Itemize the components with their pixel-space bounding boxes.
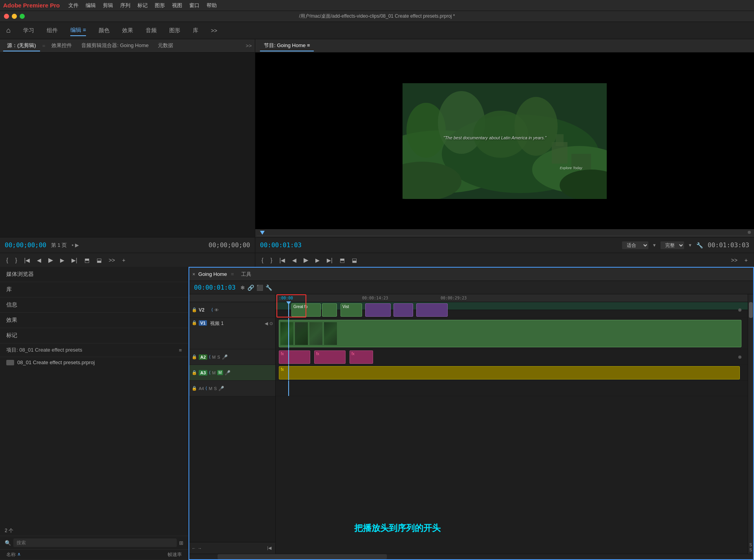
clip-a3-main[interactable]: fx — [279, 366, 740, 379]
nav-audio[interactable]: 音频 — [146, 26, 157, 36]
track-a2-label[interactable]: A2 — [199, 354, 207, 360]
prog-lift[interactable]: ⬒ — [338, 256, 346, 264]
settings-icon[interactable]: 🔧 — [696, 242, 703, 248]
source-tab-audio-mixer[interactable]: 音频剪辑混合器: Going Home — [77, 40, 152, 51]
timeline-ruler[interactable]: :00:00 00:00:14:23 00:00:29:23 — [276, 294, 748, 302]
clip-v1-main[interactable] — [279, 320, 741, 347]
prog-step-back[interactable]: ◀ — [291, 256, 298, 264]
nav-edit[interactable]: 编辑 ≡ — [70, 25, 86, 36]
filter-icon[interactable]: ⊞ — [179, 540, 183, 546]
sidebar-markers[interactable]: 标记 — [0, 328, 188, 343]
nav-more[interactable]: >> — [211, 27, 217, 34]
transport-insert[interactable]: ⬒ — [83, 256, 91, 264]
snap-icon[interactable]: ❄ — [240, 285, 245, 291]
track-a4-sync[interactable]: ⟨ — [205, 386, 207, 391]
menu-marker[interactable]: 标记 — [137, 2, 148, 9]
prog-step-forward[interactable]: ▶ — [314, 256, 321, 264]
transport-more2[interactable]: >> — [107, 256, 117, 264]
track-a3-sync[interactable]: ⟨ — [209, 370, 210, 375]
transport-go-in[interactable]: |◀ — [22, 256, 31, 264]
clip-v2-5[interactable] — [393, 303, 413, 317]
nav-graphics[interactable]: 图形 — [169, 26, 180, 36]
source-panel-more[interactable]: >> — [246, 43, 252, 49]
scrollbar-ss1[interactable]: S — [749, 543, 752, 547]
transport-play[interactable]: ▶ — [47, 255, 55, 264]
clip-v2-1[interactable]: Great fo — [291, 303, 321, 317]
nav-assembly[interactable]: 组件 — [47, 26, 58, 36]
clip-v2-6[interactable] — [416, 303, 448, 317]
transport-go-out[interactable]: ▶| — [70, 256, 79, 264]
nav-effects[interactable]: 效果 — [122, 26, 133, 36]
sidebar-media-browser[interactable]: 媒体浏览器 — [0, 267, 188, 282]
prog-go-in[interactable]: |◀ — [278, 256, 287, 264]
track-a3-solo-active[interactable]: M — [217, 370, 223, 375]
nav-library[interactable]: 库 — [193, 26, 198, 36]
program-scrubbar[interactable] — [257, 235, 752, 236]
transport-overwrite[interactable]: ⬓ — [95, 256, 103, 264]
program-timecode[interactable]: 00:00:01:03 — [260, 241, 302, 249]
transport-add[interactable]: + — [121, 256, 127, 264]
track-v2-eye[interactable]: 👁 — [214, 308, 219, 312]
clip-a2-3[interactable]: fx — [350, 350, 373, 364]
prog-mark-out[interactable]: } — [269, 256, 274, 264]
nav-color[interactable]: 颜色 — [99, 26, 110, 36]
transport-mark-out[interactable]: } — [14, 256, 19, 264]
track-a4-solo[interactable]: S — [214, 386, 217, 391]
program-tab[interactable]: 节目: Going Home ≡ — [260, 40, 314, 51]
track-a3-label[interactable]: A3 — [199, 370, 207, 376]
maximize-button[interactable] — [20, 14, 25, 19]
track-v1-forward[interactable]: ⊙ — [269, 321, 273, 326]
menu-edit[interactable]: 编辑 — [86, 2, 96, 9]
source-tab-source[interactable]: 源：(无剪辑) — [3, 40, 40, 51]
clip-v2-2[interactable] — [322, 303, 337, 317]
track-a4-mic[interactable]: 🎤 — [218, 386, 224, 391]
timeline-v-scrollbar[interactable]: S S — [748, 294, 753, 554]
track-a3-lock[interactable]: 🔒 — [192, 370, 197, 375]
add-marker-icon[interactable]: ⬛ — [256, 285, 263, 291]
sidebar-info[interactable]: 信息 — [0, 297, 188, 313]
project-menu-icon[interactable]: ≡ — [179, 347, 182, 353]
source-tab-effect-controls[interactable]: 效果控件 — [48, 40, 76, 51]
menu-view[interactable]: 视图 — [172, 2, 182, 9]
scrollbar-ss2[interactable]: S — [749, 548, 752, 552]
sidebar-effects[interactable]: 效果 — [0, 313, 188, 328]
fit-select[interactable]: 适合25%50%75%100% — [622, 241, 648, 249]
menu-graphic[interactable]: 图形 — [155, 2, 165, 9]
clip-v2-3[interactable]: Vist — [340, 303, 362, 317]
prog-go-out[interactable]: ▶| — [325, 256, 334, 264]
transport-mark-in[interactable]: { — [5, 256, 10, 264]
effects-icon[interactable]: 🔧 — [265, 285, 272, 291]
prog-mark-in[interactable]: { — [260, 256, 265, 264]
track-a3-mic[interactable]: 🎤 — [225, 370, 231, 376]
transport-step-forward[interactable]: ▶ — [59, 256, 66, 264]
clip-a2-2[interactable]: fx — [314, 350, 346, 364]
track-v1-label[interactable]: V1 — [199, 320, 207, 326]
scrollbar-thumb[interactable] — [749, 302, 753, 318]
prog-extract[interactable]: ⬓ — [350, 256, 359, 264]
track-v2-sync[interactable]: ⟨ — [211, 307, 213, 312]
timeline-timecode[interactable]: 00:00:01:03 — [194, 284, 236, 291]
tl-go-start[interactable]: |◀ — [267, 545, 271, 551]
nav-learn[interactable]: 学习 — [23, 26, 34, 36]
timeline-close-icon[interactable]: × — [192, 272, 195, 277]
track-v1-lock[interactable]: 🔒 — [192, 320, 197, 325]
quality-select[interactable]: 完整1/21/4 — [661, 241, 684, 249]
track-a2-lock[interactable]: 🔒 — [192, 354, 197, 359]
clip-v2-4[interactable] — [365, 303, 391, 317]
menu-help[interactable]: 帮助 — [207, 2, 217, 9]
prog-add[interactable]: + — [743, 256, 749, 264]
track-a2-sync[interactable]: ⟨ — [209, 354, 210, 359]
timeline-h-scrollbar[interactable] — [189, 554, 753, 559]
track-a2-mute[interactable]: M — [212, 355, 216, 359]
clip-a2-1[interactable]: fx — [279, 350, 310, 364]
home-button[interactable]: ⌂ — [6, 26, 11, 35]
minimize-button[interactable] — [12, 14, 17, 19]
track-a2-solo[interactable]: S — [217, 355, 220, 359]
sidebar-library[interactable]: 库 — [0, 282, 188, 297]
prog-play[interactable]: ▶ — [302, 255, 310, 264]
close-button[interactable] — [4, 14, 9, 19]
track-a4-lock[interactable]: 🔒 — [192, 386, 197, 391]
program-playhead-bar[interactable] — [255, 229, 754, 237]
track-a3-mute[interactable]: M — [212, 370, 216, 375]
menu-clip[interactable]: 剪辑 — [103, 2, 113, 9]
